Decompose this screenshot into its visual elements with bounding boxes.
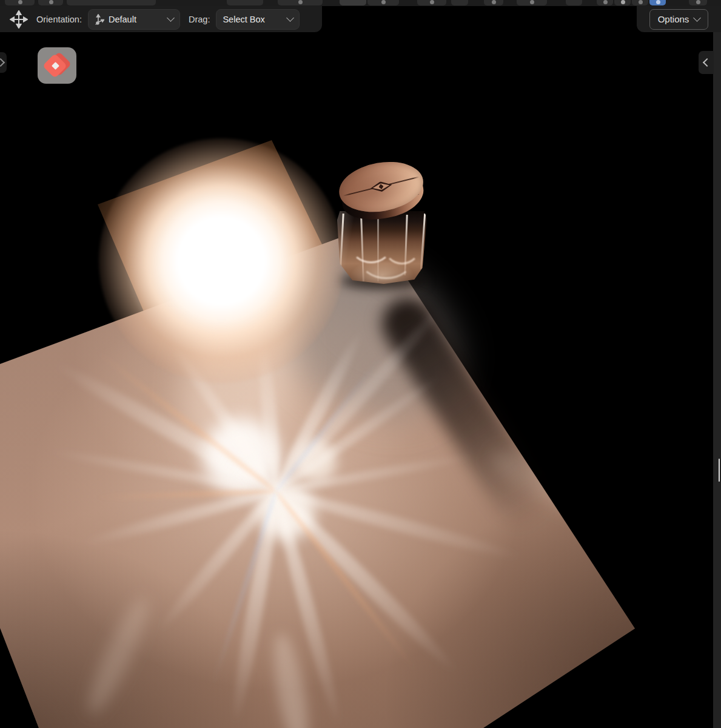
snap-toggle-cutoff[interactable] xyxy=(340,0,366,5)
sphere-icon xyxy=(621,0,625,4)
scrollbar-thumb[interactable] xyxy=(719,459,720,482)
drag-dropdown[interactable]: Select Box xyxy=(216,9,300,30)
tool-icon xyxy=(49,0,53,4)
orientation-dropdown[interactable]: Default xyxy=(88,9,180,30)
tool-button-cutoff[interactable] xyxy=(278,0,323,5)
tool-button-cutoff[interactable] xyxy=(5,0,35,5)
sidebar-toggle-button[interactable] xyxy=(699,51,714,74)
shading-wireframe-button[interactable] xyxy=(597,0,613,5)
shading-material-button[interactable] xyxy=(632,0,648,5)
toolshelf-toggle-button[interactable] xyxy=(0,52,7,73)
tool-icon xyxy=(530,0,534,4)
drag-value: Select Box xyxy=(223,15,283,24)
shading-solid-button[interactable] xyxy=(614,0,631,5)
sphere-icon xyxy=(656,0,660,4)
mode-dropdown-cutoff[interactable] xyxy=(67,0,156,5)
visibility-button-cutoff[interactable] xyxy=(566,0,582,5)
chevron-left-icon xyxy=(703,58,711,67)
transform-orientation-icon xyxy=(95,14,104,25)
tool-button-cutoff[interactable] xyxy=(451,0,468,5)
tool-icon xyxy=(492,0,496,4)
tool-icon xyxy=(298,0,303,4)
caustic-faint-band xyxy=(267,631,315,728)
move-tool-icon[interactable] xyxy=(10,10,28,29)
header-strip-cutoff xyxy=(0,0,721,6)
glass-facet-highlight xyxy=(420,214,426,269)
tool-settings-bar: Orientation: Default Drag: Select Box xyxy=(0,6,322,32)
options-button[interactable]: Options xyxy=(649,9,709,30)
chevron-down-icon xyxy=(167,14,175,22)
tool-icon xyxy=(18,0,22,4)
tool-button-cutoff[interactable] xyxy=(517,0,547,5)
proportional-edit-cutoff[interactable] xyxy=(417,0,446,5)
tool-button-cutoff[interactable] xyxy=(38,0,63,5)
chevron-down-icon xyxy=(693,14,701,22)
cream-jar-object[interactable]: Charlotte xyxy=(335,163,431,288)
right-editor-divider[interactable] xyxy=(713,32,721,728)
caustic-faint-band xyxy=(484,439,626,531)
chevron-down-icon xyxy=(287,14,295,22)
caustic-faint-band xyxy=(80,593,157,719)
orientation-value: Default xyxy=(109,15,164,24)
shading-rendered-button-active[interactable] xyxy=(649,0,666,5)
overlay-app-icon-button[interactable] xyxy=(38,47,76,84)
sphere-icon xyxy=(639,0,643,4)
drag-label: Drag: xyxy=(189,15,210,24)
snap-dropdown-cutoff[interactable] xyxy=(367,0,399,5)
orientation-label: Orientation: xyxy=(36,15,82,24)
tool-icon xyxy=(430,0,434,4)
tool-button-cutoff[interactable] xyxy=(227,0,263,5)
options-bar: Options xyxy=(637,6,721,32)
chevron-right-icon xyxy=(0,58,5,67)
area-light-glow xyxy=(99,138,344,383)
glass-reflection-arc xyxy=(359,238,414,279)
sphere-icon xyxy=(603,0,608,4)
options-label: Options xyxy=(658,14,689,24)
glass-facet-highlight xyxy=(339,214,344,277)
viewport-3d[interactable]: Charlotte xyxy=(0,0,721,728)
grid-icon xyxy=(696,0,700,4)
tool-button-cutoff[interactable] xyxy=(484,0,503,5)
caustics-layer xyxy=(0,0,721,728)
tool-icon xyxy=(381,0,386,4)
editor-corner-button-cutoff[interactable] xyxy=(689,0,707,5)
